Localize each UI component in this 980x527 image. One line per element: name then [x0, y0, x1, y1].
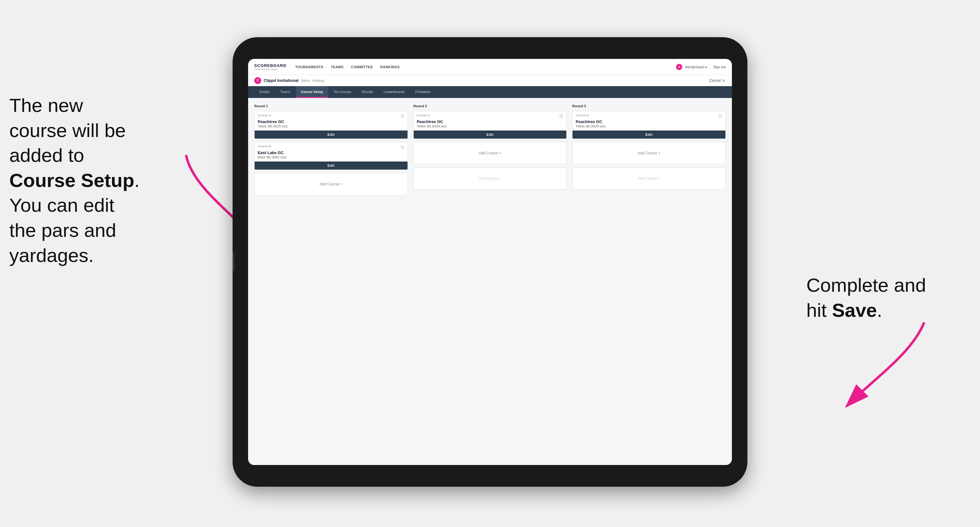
tournament-bar: C Clippd Invitational (Men) Hosting Canc… — [248, 75, 732, 86]
tournament-logo: C — [254, 77, 261, 84]
nav-rankings[interactable]: RANKINGS — [380, 64, 400, 70]
round-1-label: Round 1 — [254, 104, 408, 108]
round-1-course-b-card: (Course B) ⊡ East Lake GC Black (M) (689… — [254, 142, 408, 170]
round-3-course-a-name: Peachtree GC — [573, 119, 725, 125]
main-content: Round 1 (Course A) ⊡ Peachtree GC Yellow… — [248, 98, 732, 465]
round-3-course-a-card: (Course A) ⊡ Peachtree GC Yellow (M) (66… — [572, 111, 726, 139]
round-2-course-a-header: (Course A) ⊡ — [414, 111, 566, 119]
nav-tournaments[interactable]: TOURNAMENTS — [295, 64, 323, 70]
round-1-course-b-delete[interactable]: ⊡ — [401, 145, 404, 149]
tournament-info: C Clippd Invitational (Men) Hosting — [254, 77, 324, 84]
tournament-name: Clippd Invitational — [264, 78, 299, 83]
round-3-column: Round 3 (Course A) ⊡ Peachtree GC Yellow… — [572, 104, 726, 459]
round-1-course-a-header: (Course A) ⊡ — [255, 111, 407, 119]
tab-leaderboards[interactable]: Leaderboards — [379, 86, 410, 98]
nav-avatar: B — [676, 64, 682, 70]
round-1-course-a-edit[interactable]: Edit — [255, 130, 407, 138]
round-3-course-a-tag: (Course A) — [576, 114, 589, 117]
round-3-label: Round 3 — [572, 104, 726, 108]
logo-sub: Powered by clippd — [254, 68, 286, 71]
tab-results[interactable]: Results — [356, 86, 378, 98]
round-2-add-course-label: Add Course + — [479, 151, 501, 155]
scoreboard-logo: SCOREBOARD Powered by clippd — [254, 63, 286, 71]
round-1-add-course[interactable]: Add Course + — [254, 173, 408, 195]
nav-right: B blair@clippd.io | Sign out — [676, 64, 726, 70]
annotation-right: Complete and hit Save. — [806, 273, 961, 323]
cancel-x-icon: ✕ — [722, 78, 726, 83]
round-2-add-course-2: Add Course + — [414, 167, 567, 190]
round-1-course-a-name: Peachtree GC — [255, 119, 407, 125]
nav-teams[interactable]: TEAMS — [331, 64, 344, 70]
round-2-course-a-delete[interactable]: ⊡ — [560, 114, 563, 118]
round-1-course-a-details: Yellow (M) (6629 yds) — [255, 125, 407, 130]
round-2-course-a-name: Peachtree GC — [414, 119, 566, 125]
nav-email: blair@clippd.io — [685, 65, 707, 69]
round-2-course-a-details: Yellow (M) (6629 yds) — [414, 125, 566, 130]
tablet-frame: SCOREBOARD Powered by clippd TOURNAMENTS… — [232, 37, 748, 487]
round-2-label: Round 2 — [414, 104, 567, 108]
round-3-add-course-2-label: Add Course + — [638, 176, 660, 181]
tab-tee-groups[interactable]: Tee Groups — [329, 86, 356, 98]
round-1-add-course-label: Add Course + — [320, 182, 342, 186]
tab-printables[interactable]: Printables — [410, 86, 436, 98]
cancel-button[interactable]: Cancel ✕ — [709, 78, 726, 83]
round-3-course-a-delete[interactable]: ⊡ — [719, 114, 722, 118]
rounds-grid: Round 1 (Course A) ⊡ Peachtree GC Yellow… — [254, 104, 726, 459]
tournament-division: (Men) — [301, 79, 310, 83]
round-3-add-course-label: Add Course + — [638, 151, 660, 155]
top-nav: SCOREBOARD Powered by clippd TOURNAMENTS… — [248, 59, 732, 75]
tab-teams[interactable]: Teams — [275, 86, 295, 98]
round-2-column: Round 2 (Course A) ⊡ Peachtree GC Yellow… — [414, 104, 567, 459]
tablet-screen: SCOREBOARD Powered by clippd TOURNAMENTS… — [248, 59, 732, 465]
tabs-bar: Details Teams Course Setup Tee Groups Re… — [248, 86, 732, 98]
round-3-add-course[interactable]: Add Course + — [572, 142, 726, 164]
round-2-course-a-tag: (Course A) — [417, 114, 430, 117]
arrow-right — [831, 316, 931, 415]
logo-title: SCOREBOARD — [254, 63, 286, 68]
nav-divider: | — [710, 65, 711, 69]
tab-course-setup[interactable]: Course Setup — [296, 86, 328, 98]
round-1-course-a-delete[interactable]: ⊡ — [401, 114, 404, 118]
tab-details[interactable]: Details — [254, 86, 275, 98]
round-2-course-a-card: (Course A) ⊡ Peachtree GC Yellow (M) (66… — [414, 111, 567, 139]
round-2-course-a-edit[interactable]: Edit — [414, 130, 566, 138]
nav-links: TOURNAMENTS TEAMS COMMITTEE RANKINGS — [295, 64, 676, 70]
round-1-course-b-edit[interactable]: Edit — [255, 162, 407, 170]
round-3-course-a-edit[interactable]: Edit — [573, 130, 725, 138]
nav-committee[interactable]: COMMITTEE — [351, 64, 373, 70]
round-1-course-b-header: (Course B) ⊡ — [255, 142, 407, 150]
nav-sign-out[interactable]: Sign out — [713, 65, 726, 69]
round-2-add-course[interactable]: Add Course + — [414, 142, 567, 164]
round-1-course-b-tag: (Course B) — [258, 145, 271, 148]
round-1-course-a-tag: (Course A) — [258, 114, 271, 117]
annotation-course-setup: Course Setup — [9, 170, 134, 191]
round-3-course-a-header: (Course A) ⊡ — [573, 111, 725, 119]
round-1-column: Round 1 (Course A) ⊡ Peachtree GC Yellow… — [254, 104, 408, 459]
round-1-course-b-details: Black (M) (6891 yds) — [255, 156, 407, 162]
round-2-add-course-2-label: Add Course + — [479, 176, 501, 181]
round-1-course-a-card: (Course A) ⊡ Peachtree GC Yellow (M) (66… — [254, 111, 408, 139]
round-3-course-a-details: Yellow (M) (6629 yds) — [573, 125, 725, 130]
tournament-status: Hosting — [312, 79, 324, 83]
round-3-add-course-2: Add Course + — [572, 167, 726, 190]
round-1-course-b-name: East Lake GC — [255, 150, 407, 156]
